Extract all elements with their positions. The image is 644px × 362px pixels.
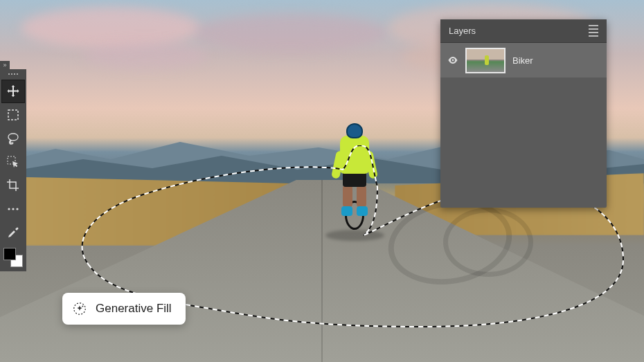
document-canvas[interactable]: » Layers xyxy=(0,0,644,362)
sky-cloud xyxy=(83,42,208,69)
svg-point-3 xyxy=(12,208,14,210)
svg-point-2 xyxy=(8,208,10,210)
cyclist xyxy=(330,123,379,230)
generative-fill-button[interactable]: Generative Fill xyxy=(62,293,186,325)
move-icon xyxy=(6,84,20,98)
layer-thumbnail[interactable] xyxy=(465,48,506,73)
layer-row[interactable]: Biker xyxy=(440,43,607,78)
toolbar xyxy=(0,69,26,271)
layer-name[interactable]: Biker xyxy=(512,55,533,66)
generative-fill-label: Generative Fill xyxy=(96,302,172,316)
eyedropper-tool[interactable] xyxy=(2,221,24,244)
sky-cloud xyxy=(21,7,201,48)
layers-panel[interactable]: Layers Biker xyxy=(440,19,607,208)
eye-icon xyxy=(447,55,458,66)
toolbar-expand[interactable]: » xyxy=(0,61,10,69)
lasso-icon xyxy=(6,132,20,145)
marquee-tool[interactable] xyxy=(2,104,24,126)
hamburger-icon xyxy=(589,25,598,26)
select-icon xyxy=(6,155,20,169)
object-select-tool[interactable] xyxy=(2,151,24,173)
marquee-icon xyxy=(7,109,19,121)
svg-point-4 xyxy=(16,208,18,210)
toolbar-grip[interactable] xyxy=(6,73,20,76)
cyclist-shadow xyxy=(325,230,384,241)
svg-rect-0 xyxy=(8,110,18,120)
crop-tool[interactable] xyxy=(2,174,24,197)
ellipsis-icon xyxy=(7,207,19,211)
layer-visibility-toggle[interactable] xyxy=(447,55,458,66)
move-tool[interactable] xyxy=(2,80,24,102)
lasso-tool[interactable] xyxy=(2,127,24,150)
layers-panel-header[interactable]: Layers xyxy=(440,19,607,43)
tire-marks xyxy=(443,208,533,277)
layers-panel-title: Layers xyxy=(449,26,476,36)
crop-icon xyxy=(6,179,20,192)
color-swatches[interactable] xyxy=(3,248,23,267)
more-tools[interactable] xyxy=(2,198,24,220)
svg-point-5 xyxy=(452,60,454,62)
sky-cloud xyxy=(194,14,388,52)
foreground-color[interactable] xyxy=(3,248,16,260)
sparkle-icon xyxy=(72,301,87,316)
eyedropper-icon xyxy=(7,226,19,239)
panel-menu-button[interactable] xyxy=(589,25,598,37)
